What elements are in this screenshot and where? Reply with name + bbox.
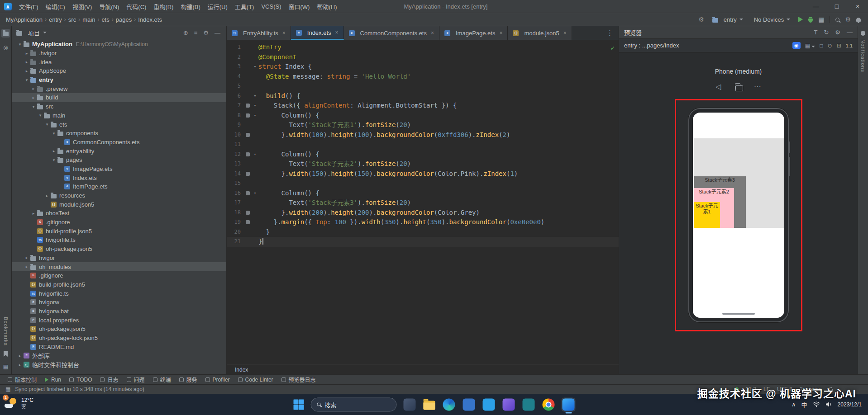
chrome-browser[interactable] — [542, 397, 556, 411]
close-button[interactable]: × — [847, 0, 868, 13]
tree-item-entry[interactable]: ▾entry — [12, 75, 226, 85]
toolwindow-终端[interactable]: 终端 — [149, 375, 175, 384]
notifications-icon[interactable] — [856, 18, 861, 22]
editor-breadcrumb[interactable]: Index — [227, 364, 619, 374]
breadcrumb-main[interactable]: main — [81, 16, 96, 23]
tree-item-pages[interactable]: ▾pages — [12, 156, 226, 165]
locate-file-icon[interactable]: ⊕ — [182, 29, 190, 36]
more-tabs-icon[interactable]: ⋮ — [601, 26, 619, 40]
close-tab-icon[interactable]: × — [563, 30, 567, 36]
tree-item-hvigor[interactable]: ▸hvigor — [12, 254, 226, 263]
editor-tab-CommonComponents.ets[interactable]: eCommonComponents.ets× — [344, 26, 439, 40]
tree-item-.gitignore[interactable]: G.gitignore — [12, 271, 226, 280]
debug-button[interactable] — [808, 17, 813, 23]
layout-icon[interactable]: ▦ — [1, 362, 10, 371]
notifications-icon[interactable] — [861, 31, 865, 35]
menu-文件[interactable]: 文件(F) — [15, 0, 42, 13]
hide-panel-icon[interactable]: — — [213, 29, 222, 36]
refresh-icon[interactable]: ↻ — [824, 29, 829, 36]
bookmarks-tab[interactable]: Bookmarks — [3, 317, 9, 346]
tree-item-entryability[interactable]: ▸entryability — [12, 146, 226, 156]
hide-previewer-icon[interactable]: — — [847, 29, 853, 36]
tree-item-build[interactable]: ▸build — [12, 93, 226, 102]
notifications-tab[interactable]: Notifications — [860, 39, 866, 72]
tree-item-hvigorfile.ts[interactable]: TShvigorfile.ts — [12, 289, 226, 298]
tree-item-MyApplication[interactable]: ▾MyApplicationE:\HarmonyOS\MyApplication — [12, 40, 226, 49]
toolwindow-问题[interactable]: 问题 — [123, 375, 149, 384]
menu-构建[interactable]: 构建(B) — [177, 0, 204, 13]
app-blue[interactable] — [462, 397, 476, 411]
tree-item-oh_modules[interactable]: ▸oh_modules — [12, 262, 226, 271]
tree-item-AppScope[interactable]: ▸AppScope — [12, 66, 226, 75]
inspection-ok-icon[interactable]: ✓ — [611, 44, 615, 52]
module-selector[interactable]: entry — [710, 15, 746, 24]
tree-item-components[interactable]: ▾components — [12, 129, 226, 138]
ime-indicator[interactable]: 中 — [801, 400, 807, 409]
minimize-button[interactable]: — — [806, 0, 826, 13]
toolwindow-日志[interactable]: 日志 — [96, 375, 122, 384]
toolwindow-TODO[interactable]: TODO — [65, 375, 96, 384]
zoom-level[interactable]: 1:1 — [846, 43, 853, 48]
search-everywhere-icon[interactable] — [835, 18, 839, 22]
app-purple[interactable] — [502, 397, 516, 411]
toolwindow-Profiler[interactable]: Profiler — [201, 375, 234, 384]
volume-icon[interactable] — [825, 401, 832, 407]
toolwindow-服务[interactable]: 服务 — [175, 375, 201, 384]
close-tab-icon[interactable]: × — [499, 30, 502, 36]
file-explorer[interactable] — [423, 398, 436, 411]
profiler-button[interactable]: ▦ — [818, 16, 824, 23]
edge-browser[interactable] — [442, 397, 456, 411]
tree-item-hvigorw.bat[interactable]: Bhvigorw.bat — [12, 307, 226, 316]
tree-item-resources[interactable]: ▸resources — [12, 191, 226, 200]
fold-icon[interactable]: ▾ — [252, 111, 258, 121]
weather-widget[interactable]: 1 12°C 雾 — [5, 397, 33, 410]
tree-item-Index.ets[interactable]: eIndex.ets — [12, 173, 226, 182]
menu-工具[interactable]: 工具(T) — [231, 0, 258, 13]
editor-tab-EntryAbility.ts[interactable]: TSEntryAbility.ts× — [227, 26, 291, 40]
fold-icon[interactable]: ▾ — [252, 91, 258, 101]
wifi-icon[interactable] — [813, 401, 820, 407]
tree-item-hvigorfile.ts[interactable]: TShvigorfile.ts — [12, 236, 226, 245]
task-view-button[interactable] — [403, 397, 417, 411]
breadcrumb-src[interactable]: src — [67, 16, 77, 23]
tree-item-ImagePage.ets[interactable]: eImagePage.ets — [12, 165, 226, 174]
breadcrumb-ets[interactable]: ets — [100, 16, 110, 23]
tree-item-build-profile.json5[interactable]: {}build-profile.json5 — [12, 226, 226, 236]
panel-options-icon[interactable]: ⚙ — [202, 29, 210, 36]
tree-item-.idea[interactable]: ▸.idea — [12, 57, 226, 66]
tree-item-临时文件和控制台[interactable]: ▸>_临时文件和控制台 — [12, 360, 226, 369]
tree-item-build-profile.json5[interactable]: {}build-profile.json5 — [12, 280, 226, 289]
sync-settings-icon[interactable]: ⚙ — [698, 16, 704, 23]
tree-item-oh-package.json5[interactable]: {}oh-package.json5 — [12, 325, 226, 334]
fold-icon[interactable]: ▾ — [252, 189, 258, 198]
rotate-device-icon[interactable] — [735, 83, 740, 90]
tree-item-hvigorw[interactable]: Hhvigorw — [12, 298, 226, 307]
tree-item-.preview[interactable]: ▸.preview — [12, 84, 226, 93]
menu-VCS[interactable]: VCS(S) — [258, 0, 285, 13]
fold-icon[interactable]: ▾ — [252, 62, 258, 72]
tree-item-main[interactable]: ▾main — [12, 111, 226, 120]
tree-item-.gitignore[interactable]: G.gitignore — [12, 218, 226, 227]
start-button[interactable] — [293, 398, 305, 410]
chevron-down-icon[interactable] — [43, 32, 47, 33]
breadcrumb-MyApplication[interactable]: MyApplication — [5, 16, 44, 23]
menu-窗口[interactable]: 窗口(W) — [285, 0, 314, 13]
more-options-icon[interactable]: ⋯ — [754, 82, 761, 91]
toolwindow-Code Linter[interactable]: Code Linter — [234, 375, 277, 384]
tree-item-oh-package.json5[interactable]: {}oh-package.json5 — [12, 245, 226, 254]
close-tab-icon[interactable]: × — [335, 29, 339, 36]
menu-运行[interactable]: 运行(U) — [204, 0, 231, 13]
tray-date[interactable]: 2023/12/1 — [838, 401, 862, 408]
editor-tab-ImagePage.ets[interactable]: eImagePage.ets× — [439, 26, 508, 40]
tree-item-ItemPage.ets[interactable]: eItemPage.ets — [12, 182, 226, 191]
multi-profile-icon[interactable]: ▦ — [805, 42, 816, 49]
tree-item-local.properties[interactable]: Plocal.properties — [12, 316, 226, 325]
menu-帮助[interactable]: 帮助(H) — [313, 0, 340, 13]
tray-expand-icon[interactable]: ∧ — [792, 401, 796, 408]
menu-代码[interactable]: 代码(C) — [123, 0, 150, 13]
collapse-all-icon[interactable]: ≡ — [193, 29, 199, 36]
back-icon[interactable]: ◁ — [715, 82, 721, 91]
menu-导航[interactable]: 导航(N) — [95, 0, 123, 13]
toolwindow-Run[interactable]: Run — [41, 375, 65, 384]
code-editor[interactable]: 1@Entry2@Component3▾struct Index {4 @Sta… — [227, 40, 619, 364]
